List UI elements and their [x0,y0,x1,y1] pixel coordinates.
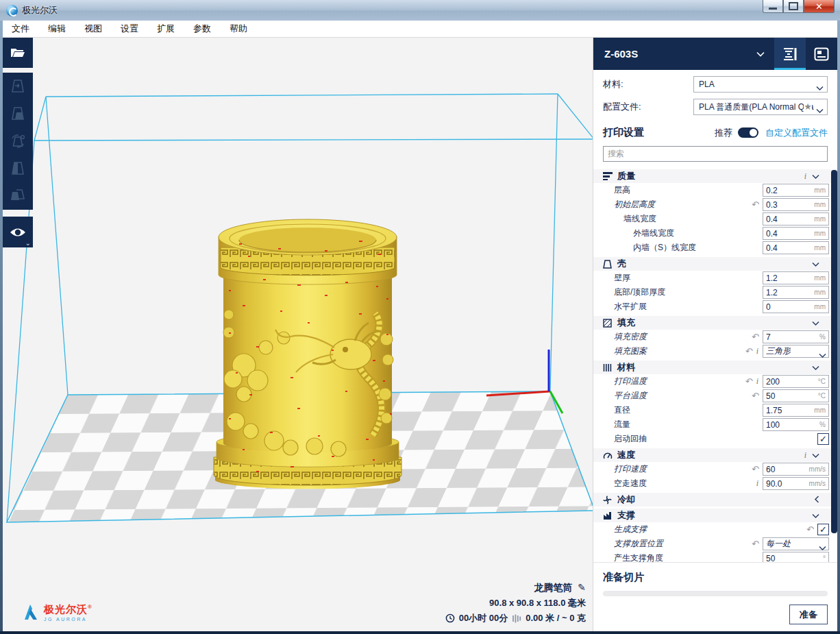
section-header-2[interactable]: 填充 [593,316,837,330]
section-header-5[interactable]: 冷却 [593,493,837,507]
setting-input[interactable]: 0.4mm [763,227,829,240]
shell-icon [603,260,613,269]
per-model-settings-tool-icon[interactable] [10,188,26,204]
chevron-down-icon[interactable] [812,449,819,461]
build-plate-scene [3,38,593,631]
section-header-3[interactable]: 材料 [593,361,837,374]
tool-group [3,73,33,210]
section-header-0[interactable]: 质量i [593,169,837,183]
custom-profile-link[interactable]: 自定义配置文件 [765,127,828,139]
print-settings-header: 打印设置 推荐 自定义配置文件 [593,126,837,139]
section-header-4[interactable]: 速度i [593,448,837,462]
printer-monitor-icon [813,46,830,62]
setting-input[interactable]: 100% [763,418,829,431]
scale-tool-icon[interactable] [10,106,25,122]
prepare-button[interactable]: 准备 [789,605,828,624]
reset-icon[interactable]: ↶ [752,199,759,210]
setting-row: 填充密度↶7% [593,330,837,344]
reset-icon[interactable]: ↶ [745,376,753,387]
setting-input[interactable]: 1.2mm [763,271,829,284]
reset-icon[interactable]: ↶ [752,332,759,342]
setting-input[interactable]: 7% [763,330,829,343]
search-input[interactable]: 搜索 [603,146,828,162]
setting-input[interactable]: 0.4mm [763,241,829,254]
chevron-down-icon[interactable] [812,170,819,182]
info-icon: i [756,376,758,387]
menu-settings[interactable]: 设置 [121,23,138,35]
reset-icon[interactable]: ↶ [752,539,759,549]
setting-input[interactable]: 60mm/s [763,463,829,476]
printer-bar: Z-603S [593,38,837,70]
maximize-button[interactable] [783,0,804,13]
menu-view[interactable]: 视图 [84,23,102,35]
slice-progress-bar [603,591,828,596]
material-label: 材料: [603,78,693,90]
star-icon: ★ [804,101,812,112]
3d-viewport[interactable]: ⌄ 极光尔沃® JG AURORA 龙腾笔筒✎ 90.8 x 90.8 x 11… [3,38,593,631]
setting-input[interactable]: 1.2mm [763,286,829,299]
setting-input[interactable]: 0.2mm [763,184,829,197]
section-header-1[interactable]: 壳 [593,257,837,271]
tab-prepare-slice[interactable] [774,38,806,70]
setting-input[interactable]: 200°C [763,375,829,388]
section-header-6[interactable]: 支撑 [593,509,837,522]
reset-icon[interactable]: ↶ [752,391,759,401]
cooling-icon [603,496,613,504]
rotate-tool-icon[interactable] [10,133,25,149]
mirror-tool-icon[interactable] [10,160,25,177]
menu-help[interactable]: 帮助 [230,23,247,35]
reset-icon[interactable]: ↶ [752,464,759,474]
menu-extensions[interactable]: 扩展 [157,23,175,35]
setting-checkbox[interactable]: ✓ [817,524,829,535]
recommended-label: 推荐 [715,127,732,139]
chevron-down-icon[interactable] [812,361,819,374]
chevron-down-icon[interactable] [812,317,819,329]
menu-parameters[interactable]: 参数 [193,23,211,35]
setting-row: 层高0.2mm [593,183,837,197]
setting-row: 打印温度↶i200°C [593,374,837,389]
setting-row: 流量100% [593,417,837,432]
menu-bar: 文件 编辑 视图 设置 扩展 参数 帮助 [3,21,837,38]
window-border [0,21,3,634]
close-button[interactable]: ✕ [804,0,835,13]
material-dropdown[interactable]: PLA [693,76,828,93]
model-dragon-pen-holder[interactable] [214,219,402,489]
printer-selector[interactable]: Z-603S [593,38,756,70]
setting-checkbox[interactable]: ✓ [817,433,829,445]
setting-input[interactable]: 0mm [763,300,829,313]
chevron-down-icon[interactable] [812,509,819,522]
profile-row: 配置文件: PLA 普通质量(PLA Normal Qua ★ [593,99,837,115]
setting-select[interactable]: 每一处 [763,537,829,550]
slice-footer: 准备切片 准备 [593,562,837,631]
setting-input[interactable]: 0.4mm [763,212,829,225]
edit-name-icon[interactable]: ✎ [578,582,586,593]
profile-label: 配置文件: [603,101,693,113]
chevron-left-icon[interactable] [814,493,819,506]
slice-icon [782,46,798,62]
setting-input[interactable]: 50°C [763,389,829,402]
window-border [0,631,840,634]
reset-icon[interactable]: ↶ [745,346,753,356]
mode-toggle[interactable] [738,127,758,138]
setting-input[interactable]: 90.0mm/s [763,477,829,490]
title-bar[interactable]: 极光尔沃 ✕ [0,0,840,21]
tab-monitor[interactable] [806,38,837,70]
menu-edit[interactable]: 编辑 [48,23,66,35]
menu-file[interactable]: 文件 [12,23,29,35]
setting-row: 墙线宽度0.4mm [593,212,837,226]
speed-icon [603,451,613,460]
move-tool-icon[interactable] [10,78,25,95]
reset-icon[interactable]: ↶ [806,524,814,535]
chevron-down-icon[interactable] [812,258,819,270]
setting-input[interactable]: 0.3mm [763,198,829,211]
profile-dropdown[interactable]: PLA 普通质量(PLA Normal Qua ★ [693,99,828,115]
scrollbar[interactable] [831,170,837,533]
filament-icon [512,614,521,623]
setting-select[interactable]: 三角形 [763,345,829,358]
setting-row: 产生支撑角度50° [593,551,837,562]
chevron-down-icon[interactable] [756,38,774,70]
open-file-button[interactable] [3,38,33,68]
view-mode-button[interactable]: ⌄ [3,217,33,247]
minimize-button[interactable] [763,0,783,13]
setting-input[interactable]: 1.75mm [763,404,829,417]
